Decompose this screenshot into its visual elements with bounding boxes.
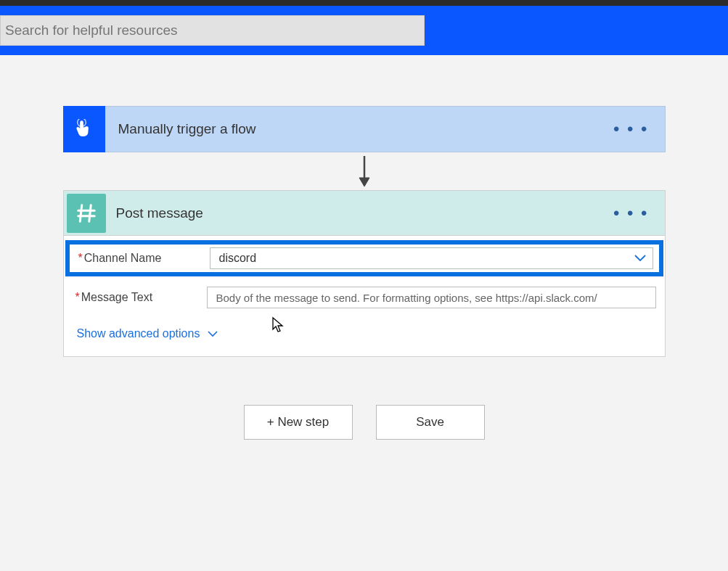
connector-arrow bbox=[356, 152, 373, 190]
action-body: *Channel Name discord *Message Text Body… bbox=[64, 236, 665, 356]
channel-name-dropdown[interactable]: discord bbox=[210, 247, 653, 269]
message-text-row: *Message Text Body of the message to sen… bbox=[73, 281, 656, 314]
trigger-title: Manually trigger a flow bbox=[118, 121, 256, 137]
action-title: Post message bbox=[116, 205, 203, 221]
message-text-input[interactable]: Body of the message to send. For formatt… bbox=[207, 287, 656, 308]
show-advanced-options-link[interactable]: Show advanced options bbox=[73, 314, 656, 342]
top-blue-bar bbox=[0, 6, 728, 55]
new-step-button[interactable]: + New step bbox=[244, 405, 353, 440]
channel-name-row: *Channel Name discord bbox=[65, 240, 663, 276]
message-text-label: *Message Text bbox=[73, 291, 207, 304]
chevron-down-icon bbox=[634, 251, 647, 266]
search-input-container[interactable] bbox=[0, 15, 425, 46]
window-top-border bbox=[0, 0, 728, 6]
action-card: Post message • • • *Channel Name discord… bbox=[63, 190, 666, 357]
svg-marker-2 bbox=[359, 178, 369, 186]
save-button[interactable]: Save bbox=[376, 405, 485, 440]
manual-trigger-icon bbox=[63, 106, 105, 152]
chevron-down-icon bbox=[207, 327, 218, 340]
bottom-button-row: + New step Save bbox=[244, 405, 485, 440]
slack-hash-icon bbox=[67, 194, 106, 233]
search-input[interactable] bbox=[5, 22, 420, 38]
advanced-link-label: Show advanced options bbox=[77, 327, 200, 340]
action-header[interactable]: Post message • • • bbox=[64, 191, 665, 236]
channel-name-value: discord bbox=[219, 252, 634, 265]
trigger-card[interactable]: Manually trigger a flow • • • bbox=[63, 106, 666, 152]
channel-name-label: *Channel Name bbox=[75, 252, 210, 265]
message-text-placeholder: Body of the message to send. For formatt… bbox=[216, 292, 597, 304]
flow-canvas: Manually trigger a flow • • • Post messa… bbox=[0, 55, 728, 440]
